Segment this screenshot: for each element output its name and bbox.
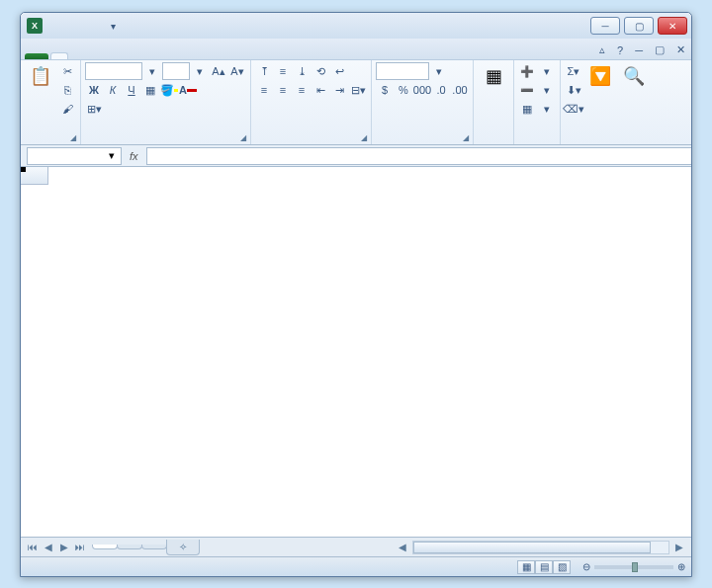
qat-customize[interactable]: ▾ bbox=[104, 17, 122, 35]
tab-foxit[interactable] bbox=[195, 53, 211, 59]
border-button[interactable]: ▦ bbox=[141, 81, 159, 99]
maximize-button[interactable]: ▢ bbox=[624, 17, 654, 35]
align-bottom[interactable]: ⤓ bbox=[293, 62, 311, 80]
view-normal[interactable]: ▦ bbox=[517, 560, 535, 574]
save-button[interactable] bbox=[44, 17, 62, 35]
tab-view[interactable] bbox=[147, 53, 163, 59]
wrap-text[interactable]: ↩ bbox=[330, 62, 348, 80]
grow-font[interactable]: A▴ bbox=[210, 62, 227, 80]
number-dialog[interactable]: ◢ bbox=[463, 133, 469, 142]
merge-button[interactable]: ⊟▾ bbox=[349, 81, 367, 99]
paste-button[interactable]: 📋 bbox=[25, 62, 56, 90]
sort-filter-button[interactable]: 🔽 bbox=[584, 62, 616, 90]
font-name-dropdown[interactable]: ▾ bbox=[143, 62, 161, 80]
dec-dec[interactable]: .00 bbox=[451, 81, 469, 99]
help-button[interactable]: ? bbox=[611, 42, 629, 59]
hscroll-thumb[interactable] bbox=[413, 542, 651, 553]
tab-prev[interactable]: ◀ bbox=[41, 540, 56, 555]
styles-button[interactable]: ▦ bbox=[478, 62, 509, 90]
fx-icon[interactable]: fx bbox=[122, 150, 146, 162]
align-center[interactable]: ≡ bbox=[274, 81, 292, 99]
hscroll-left[interactable]: ◀ bbox=[395, 540, 410, 555]
font-size-dropdown[interactable]: ▾ bbox=[191, 62, 209, 80]
view-layout[interactable]: ▤ bbox=[535, 560, 553, 574]
dec-inc[interactable]: .0 bbox=[432, 81, 450, 99]
hscroll-right[interactable]: ▶ bbox=[671, 540, 687, 555]
bold-button[interactable]: Ж bbox=[85, 81, 103, 99]
underline-button[interactable]: Ч bbox=[123, 81, 140, 99]
number-format-dropdown[interactable]: ▾ bbox=[430, 62, 448, 80]
font-color-button[interactable]: А bbox=[179, 81, 197, 99]
cut-button[interactable]: ✂ bbox=[58, 62, 76, 80]
zoom-slider[interactable] bbox=[594, 565, 673, 569]
new-sheet-button[interactable]: ✧ bbox=[166, 540, 200, 555]
border-dropdown[interactable]: ⊞▾ bbox=[85, 100, 103, 118]
tab-data[interactable] bbox=[116, 53, 132, 59]
tab-first[interactable]: ⏮ bbox=[25, 540, 41, 555]
align-left[interactable]: ≡ bbox=[255, 81, 273, 99]
currency-button[interactable]: $ bbox=[376, 81, 394, 99]
view-pagebreak[interactable]: ▧ bbox=[553, 560, 571, 574]
percent-button[interactable]: % bbox=[395, 81, 412, 99]
autosum-button[interactable]: Σ▾ bbox=[565, 62, 582, 80]
alignment-label: ◢ bbox=[255, 141, 367, 142]
sheet-tab-1[interactable] bbox=[92, 545, 118, 549]
tab-next[interactable]: ▶ bbox=[56, 540, 72, 555]
comma-button[interactable]: 000 bbox=[413, 81, 431, 99]
sheet-tab-3[interactable] bbox=[141, 545, 167, 549]
copy-button[interactable]: ⎘ bbox=[58, 81, 76, 99]
minimize-button[interactable]: ─ bbox=[590, 17, 620, 35]
clear-button[interactable]: ⌫▾ bbox=[565, 100, 582, 118]
sheet-tab-2[interactable] bbox=[117, 545, 142, 549]
undo-button[interactable] bbox=[64, 17, 82, 35]
hscroll-track[interactable] bbox=[412, 541, 669, 554]
alignment-dialog[interactable]: ◢ bbox=[361, 133, 367, 142]
find-select-button[interactable]: 🔍 bbox=[618, 62, 650, 90]
delete-cells-dd[interactable]: ▾ bbox=[538, 81, 556, 99]
insert-cells-dd[interactable]: ▾ bbox=[538, 62, 556, 80]
zoom-in[interactable]: ⊕ bbox=[677, 561, 685, 572]
tab-insert[interactable] bbox=[68, 53, 84, 59]
clipboard-dialog[interactable]: ◢ bbox=[70, 133, 76, 142]
format-painter[interactable]: 🖌 bbox=[58, 100, 76, 118]
name-box[interactable]: ▾ bbox=[27, 147, 122, 165]
italic-button[interactable]: К bbox=[104, 81, 122, 99]
font-size-combo[interactable] bbox=[162, 62, 190, 80]
zoom-out[interactable]: ⊖ bbox=[582, 561, 590, 572]
select-all-corner[interactable] bbox=[21, 167, 48, 185]
name-box-dropdown[interactable]: ▾ bbox=[109, 149, 115, 162]
tab-home[interactable] bbox=[50, 52, 68, 59]
tab-last[interactable]: ⏭ bbox=[72, 540, 88, 555]
doc-max[interactable]: ▢ bbox=[649, 41, 670, 59]
tab-addins[interactable] bbox=[179, 53, 195, 59]
file-tab[interactable] bbox=[25, 53, 48, 59]
indent-inc[interactable]: ⇥ bbox=[330, 81, 348, 99]
indent-dec[interactable]: ⇤ bbox=[312, 81, 329, 99]
fill-color-button[interactable]: 🪣 bbox=[160, 81, 178, 99]
format-cells-dd[interactable]: ▾ bbox=[538, 100, 556, 118]
shrink-font[interactable]: A▾ bbox=[228, 62, 246, 80]
group-alignment: ⤒ ≡ ⤓ ⟲ ↩ ≡ ≡ ≡ ⇤ ⇥ ⊟▾ ◢ bbox=[251, 60, 372, 144]
tab-layout[interactable] bbox=[84, 53, 100, 59]
close-button[interactable]: ✕ bbox=[658, 17, 687, 35]
tab-developer[interactable] bbox=[163, 53, 179, 59]
fill-button[interactable]: ⬇▾ bbox=[565, 81, 582, 99]
number-format-combo[interactable] bbox=[376, 62, 429, 80]
doc-min[interactable]: ─ bbox=[629, 42, 649, 59]
number-label: ◢ bbox=[376, 141, 469, 142]
find-icon: 🔍 bbox=[622, 64, 646, 88]
align-right[interactable]: ≡ bbox=[293, 81, 311, 99]
ribbon-minimize[interactable]: ▵ bbox=[593, 41, 611, 59]
redo-button[interactable] bbox=[84, 17, 102, 35]
font-name-combo[interactable] bbox=[85, 62, 142, 80]
formula-input[interactable] bbox=[146, 147, 691, 165]
align-top[interactable]: ⤒ bbox=[255, 62, 273, 80]
align-middle[interactable]: ≡ bbox=[274, 62, 292, 80]
orientation[interactable]: ⟲ bbox=[312, 62, 329, 80]
doc-close[interactable]: ✕ bbox=[670, 41, 691, 59]
font-dialog[interactable]: ◢ bbox=[240, 133, 246, 142]
tab-formulas[interactable] bbox=[100, 53, 116, 59]
tab-review[interactable] bbox=[132, 53, 147, 59]
tab-abbyy[interactable] bbox=[211, 53, 226, 59]
zoom-thumb[interactable] bbox=[632, 562, 638, 572]
